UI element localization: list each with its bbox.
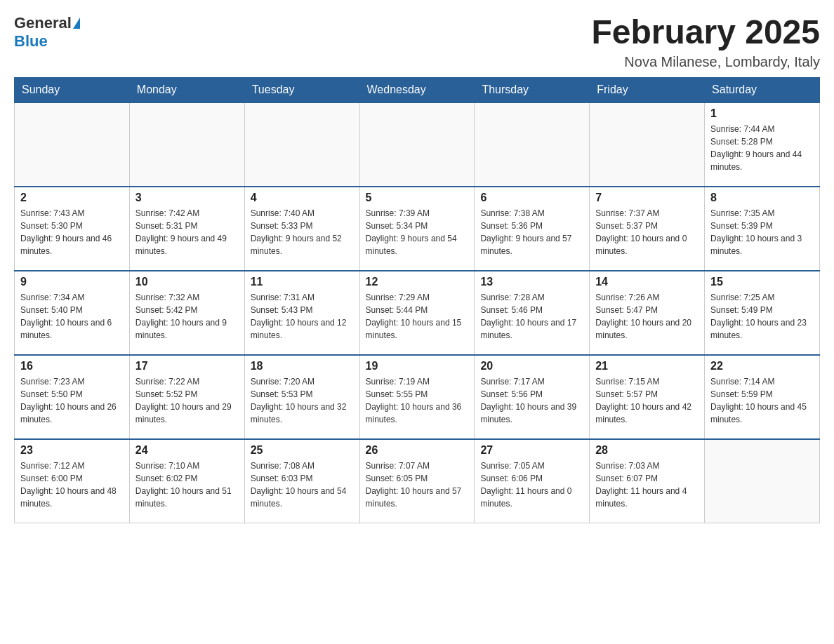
calendar-cell: 10Sunrise: 7:32 AMSunset: 5:42 PMDayligh… [129, 271, 244, 355]
calendar-week-row: 2Sunrise: 7:43 AMSunset: 5:30 PMDaylight… [15, 187, 820, 271]
day-number: 2 [20, 192, 124, 204]
day-number: 22 [710, 360, 814, 373]
calendar-cell: 4Sunrise: 7:40 AMSunset: 5:33 PMDaylight… [244, 187, 359, 271]
day-info: Sunrise: 7:34 AMSunset: 5:40 PMDaylight:… [20, 291, 124, 342]
day-number: 14 [595, 276, 699, 288]
day-number: 8 [710, 192, 814, 204]
day-number: 12 [366, 276, 469, 288]
day-number: 27 [480, 444, 583, 457]
day-info: Sunrise: 7:39 AMSunset: 5:34 PMDaylight:… [366, 207, 469, 257]
calendar-cell: 27Sunrise: 7:05 AMSunset: 6:06 PMDayligh… [475, 439, 590, 523]
day-number: 5 [366, 192, 469, 204]
header-saturday: Saturday [705, 77, 820, 102]
calendar-cell: 23Sunrise: 7:12 AMSunset: 6:00 PMDayligh… [15, 439, 130, 523]
calendar-cell [705, 439, 820, 523]
calendar-cell: 7Sunrise: 7:37 AMSunset: 5:37 PMDaylight… [590, 187, 705, 271]
logo-triangle-icon [73, 18, 80, 29]
calendar-week-row: 9Sunrise: 7:34 AMSunset: 5:40 PMDaylight… [15, 271, 820, 355]
calendar-table: Sunday Monday Tuesday Wednesday Thursday… [14, 77, 820, 524]
calendar-cell: 24Sunrise: 7:10 AMSunset: 6:02 PMDayligh… [129, 439, 244, 523]
calendar-cell: 3Sunrise: 7:42 AMSunset: 5:31 PMDaylight… [129, 187, 244, 271]
day-number: 28 [595, 444, 699, 457]
day-number: 17 [135, 360, 239, 373]
day-info: Sunrise: 7:19 AMSunset: 5:55 PMDaylight:… [366, 375, 469, 426]
calendar-cell: 17Sunrise: 7:22 AMSunset: 5:52 PMDayligh… [129, 355, 244, 439]
day-number: 11 [251, 276, 354, 288]
header-thursday: Thursday [475, 77, 590, 102]
day-number: 21 [595, 360, 699, 373]
calendar-cell: 19Sunrise: 7:19 AMSunset: 5:55 PMDayligh… [359, 355, 475, 439]
calendar-cell [590, 102, 705, 187]
logo-general-text: General [14, 14, 72, 32]
calendar-cell: 6Sunrise: 7:38 AMSunset: 5:36 PMDaylight… [475, 187, 590, 271]
day-number: 1 [710, 107, 814, 120]
calendar-cell: 9Sunrise: 7:34 AMSunset: 5:40 PMDaylight… [15, 271, 130, 355]
calendar-cell: 13Sunrise: 7:28 AMSunset: 5:46 PMDayligh… [475, 271, 590, 355]
day-number: 13 [480, 276, 583, 288]
calendar-cell: 21Sunrise: 7:15 AMSunset: 5:57 PMDayligh… [590, 355, 705, 439]
day-number: 10 [135, 276, 239, 288]
day-number: 25 [251, 444, 354, 457]
day-number: 15 [710, 276, 814, 288]
day-info: Sunrise: 7:40 AMSunset: 5:33 PMDaylight:… [251, 207, 354, 257]
day-info: Sunrise: 7:12 AMSunset: 6:00 PMDaylight:… [20, 459, 124, 510]
calendar-cell [129, 102, 244, 187]
day-number: 16 [20, 360, 124, 373]
header-monday: Monday [129, 77, 244, 102]
header-sunday: Sunday [15, 77, 130, 102]
weekday-header-row: Sunday Monday Tuesday Wednesday Thursday… [15, 77, 820, 102]
day-info: Sunrise: 7:05 AMSunset: 6:06 PMDaylight:… [480, 459, 583, 510]
page-header: General Blue February 2025 Nova Milanese… [14, 14, 820, 70]
header-friday: Friday [590, 77, 705, 102]
day-number: 7 [595, 192, 699, 204]
calendar-cell: 2Sunrise: 7:43 AMSunset: 5:30 PMDaylight… [15, 187, 130, 271]
calendar-week-row: 1Sunrise: 7:44 AMSunset: 5:28 PMDaylight… [15, 102, 820, 187]
title-section: February 2025 Nova Milanese, Lombardy, I… [591, 14, 820, 70]
day-info: Sunrise: 7:29 AMSunset: 5:44 PMDaylight:… [366, 291, 469, 342]
logo: General Blue [14, 14, 80, 51]
calendar-cell [244, 102, 359, 187]
day-info: Sunrise: 7:07 AMSunset: 6:05 PMDaylight:… [366, 459, 469, 510]
day-number: 19 [366, 360, 469, 373]
calendar-cell: 11Sunrise: 7:31 AMSunset: 5:43 PMDayligh… [244, 271, 359, 355]
day-number: 24 [135, 444, 239, 457]
day-info: Sunrise: 7:20 AMSunset: 5:53 PMDaylight:… [251, 375, 354, 426]
calendar-cell: 14Sunrise: 7:26 AMSunset: 5:47 PMDayligh… [590, 271, 705, 355]
calendar-cell: 28Sunrise: 7:03 AMSunset: 6:07 PMDayligh… [590, 439, 705, 523]
day-info: Sunrise: 7:10 AMSunset: 6:02 PMDaylight:… [135, 459, 239, 510]
day-info: Sunrise: 7:15 AMSunset: 5:57 PMDaylight:… [595, 375, 699, 426]
calendar-cell: 5Sunrise: 7:39 AMSunset: 5:34 PMDaylight… [359, 187, 475, 271]
day-number: 4 [251, 192, 354, 204]
day-info: Sunrise: 7:03 AMSunset: 6:07 PMDaylight:… [595, 459, 699, 510]
day-number: 6 [480, 192, 583, 204]
calendar-cell: 26Sunrise: 7:07 AMSunset: 6:05 PMDayligh… [359, 439, 475, 523]
calendar-cell: 18Sunrise: 7:20 AMSunset: 5:53 PMDayligh… [244, 355, 359, 439]
day-info: Sunrise: 7:14 AMSunset: 5:59 PMDaylight:… [710, 375, 814, 426]
calendar-cell: 16Sunrise: 7:23 AMSunset: 5:50 PMDayligh… [15, 355, 130, 439]
calendar-week-row: 23Sunrise: 7:12 AMSunset: 6:00 PMDayligh… [15, 439, 820, 523]
day-info: Sunrise: 7:44 AMSunset: 5:28 PMDaylight:… [710, 123, 814, 173]
day-info: Sunrise: 7:43 AMSunset: 5:30 PMDaylight:… [20, 207, 124, 257]
logo-blue-text: Blue [14, 32, 48, 51]
day-info: Sunrise: 7:42 AMSunset: 5:31 PMDaylight:… [135, 207, 239, 257]
calendar-cell: 1Sunrise: 7:44 AMSunset: 5:28 PMDaylight… [705, 102, 820, 187]
day-info: Sunrise: 7:25 AMSunset: 5:49 PMDaylight:… [710, 291, 814, 342]
calendar-cell: 25Sunrise: 7:08 AMSunset: 6:03 PMDayligh… [244, 439, 359, 523]
header-tuesday: Tuesday [244, 77, 359, 102]
day-number: 26 [366, 444, 469, 457]
day-number: 9 [20, 276, 124, 288]
calendar-cell [359, 102, 475, 187]
day-info: Sunrise: 7:31 AMSunset: 5:43 PMDaylight:… [251, 291, 354, 342]
day-number: 20 [480, 360, 583, 373]
calendar-cell: 8Sunrise: 7:35 AMSunset: 5:39 PMDaylight… [705, 187, 820, 271]
day-info: Sunrise: 7:28 AMSunset: 5:46 PMDaylight:… [480, 291, 583, 342]
calendar-cell: 22Sunrise: 7:14 AMSunset: 5:59 PMDayligh… [705, 355, 820, 439]
day-number: 23 [20, 444, 124, 457]
day-info: Sunrise: 7:38 AMSunset: 5:36 PMDaylight:… [480, 207, 583, 257]
calendar-cell: 15Sunrise: 7:25 AMSunset: 5:49 PMDayligh… [705, 271, 820, 355]
calendar-title: February 2025 [591, 14, 820, 51]
calendar-cell [475, 102, 590, 187]
day-info: Sunrise: 7:08 AMSunset: 6:03 PMDaylight:… [251, 459, 354, 510]
calendar-cell [15, 102, 130, 187]
day-info: Sunrise: 7:23 AMSunset: 5:50 PMDaylight:… [20, 375, 124, 426]
